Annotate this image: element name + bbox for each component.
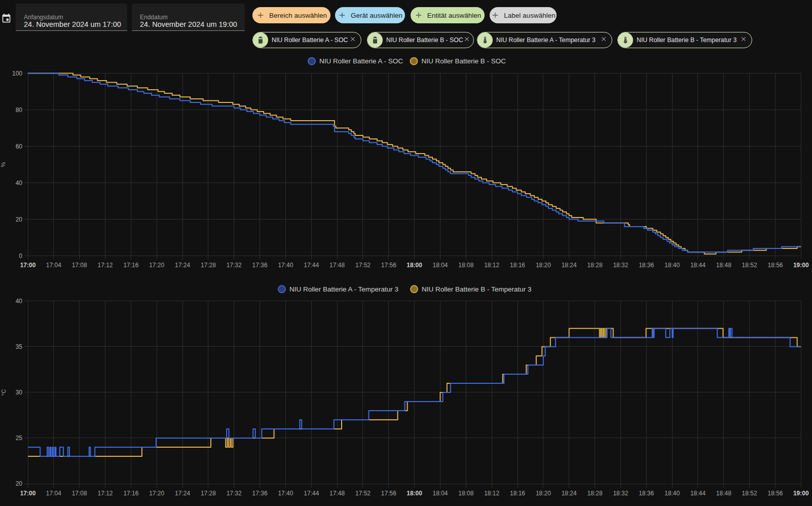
svg-text:17:44: 17:44 [304,262,319,269]
svg-text:18:36: 18:36 [639,490,654,497]
svg-text:17:32: 17:32 [227,262,242,269]
svg-text:18:48: 18:48 [716,490,731,497]
svg-text:18:40: 18:40 [665,490,680,497]
svg-text:17:20: 17:20 [149,262,164,269]
svg-text:18:56: 18:56 [767,490,783,497]
svg-text:17:44: 17:44 [304,490,319,497]
svg-text:%: % [0,162,6,167]
svg-text:NIU Roller Batterie A - Temper: NIU Roller Batterie A - Temperatur 3 [289,285,398,293]
svg-text:17:40: 17:40 [278,262,293,269]
svg-text:30: 30 [16,389,23,396]
svg-text:18:32: 18:32 [613,262,628,269]
svg-text:20: 20 [16,216,23,223]
svg-text:18:52: 18:52 [742,490,757,497]
svg-text:NIU Roller Batterie B - SOC: NIU Roller Batterie B - SOC [422,57,506,65]
svg-text:17:24: 17:24 [175,490,190,497]
svg-text:18:20: 18:20 [536,262,551,269]
svg-text:18:12: 18:12 [484,490,499,497]
svg-text:17:52: 17:52 [355,490,371,497]
svg-text:17:00: 17:00 [20,490,36,497]
svg-text:0: 0 [19,252,22,260]
svg-text:80: 80 [16,106,23,114]
svg-text:18:44: 18:44 [690,262,706,269]
svg-text:°C: °C [1,389,7,395]
svg-text:17:48: 17:48 [329,262,345,269]
svg-text:18:24: 18:24 [562,490,577,497]
svg-text:17:36: 17:36 [252,262,268,269]
svg-text:17:52: 17:52 [355,262,371,269]
svg-text:17:28: 17:28 [201,490,216,497]
svg-text:60: 60 [16,143,23,150]
svg-text:17:16: 17:16 [123,490,138,497]
svg-text:18:04: 18:04 [432,490,448,497]
svg-text:17:56: 17:56 [381,262,396,269]
svg-text:NIU Roller Batterie B - Temper: NIU Roller Batterie B - Temperatur 3 [422,285,532,293]
svg-text:17:48: 17:48 [329,490,345,497]
svg-text:18:08: 18:08 [458,490,473,497]
svg-text:17:12: 17:12 [97,262,113,269]
svg-text:18:44: 18:44 [690,490,706,497]
svg-text:18:36: 18:36 [639,262,654,269]
svg-text:17:56: 17:56 [381,490,396,497]
svg-text:18:32: 18:32 [613,490,628,497]
svg-text:20: 20 [16,480,23,487]
svg-text:18:28: 18:28 [587,262,603,269]
svg-text:17:16: 17:16 [123,262,138,269]
svg-text:17:36: 17:36 [252,490,268,497]
svg-text:40: 40 [16,298,23,305]
svg-text:17:24: 17:24 [175,262,190,269]
svg-text:19:00: 19:00 [793,262,809,269]
svg-text:18:24: 18:24 [562,262,577,269]
svg-text:18:12: 18:12 [484,262,499,269]
svg-text:NIU Roller Batterie A - SOC: NIU Roller Batterie A - SOC [319,57,403,65]
svg-text:40: 40 [16,179,23,187]
svg-text:17:40: 17:40 [278,490,293,497]
svg-text:17:32: 17:32 [227,490,242,497]
svg-text:18:04: 18:04 [432,262,448,269]
svg-text:18:08: 18:08 [458,262,473,269]
svg-text:18:28: 18:28 [587,490,603,497]
svg-text:17:08: 17:08 [72,490,87,497]
svg-text:18:00: 18:00 [407,490,422,497]
svg-text:18:16: 18:16 [510,262,525,269]
svg-text:17:20: 17:20 [149,490,164,497]
svg-text:17:04: 17:04 [46,490,61,497]
svg-text:18:16: 18:16 [510,490,525,497]
svg-text:17:28: 17:28 [201,262,216,269]
svg-text:18:52: 18:52 [742,262,757,269]
svg-text:18:00: 18:00 [407,262,422,269]
svg-text:17:08: 17:08 [72,262,87,269]
svg-text:17:12: 17:12 [97,490,113,497]
svg-text:100: 100 [12,70,22,77]
svg-text:25: 25 [16,435,23,442]
svg-text:18:48: 18:48 [716,262,731,269]
svg-text:18:40: 18:40 [665,262,680,269]
svg-text:18:20: 18:20 [536,490,551,497]
svg-text:35: 35 [16,343,23,350]
svg-text:19:00: 19:00 [793,490,809,497]
svg-text:17:04: 17:04 [46,262,61,269]
svg-text:17:00: 17:00 [20,262,36,269]
svg-text:18:56: 18:56 [767,262,783,269]
